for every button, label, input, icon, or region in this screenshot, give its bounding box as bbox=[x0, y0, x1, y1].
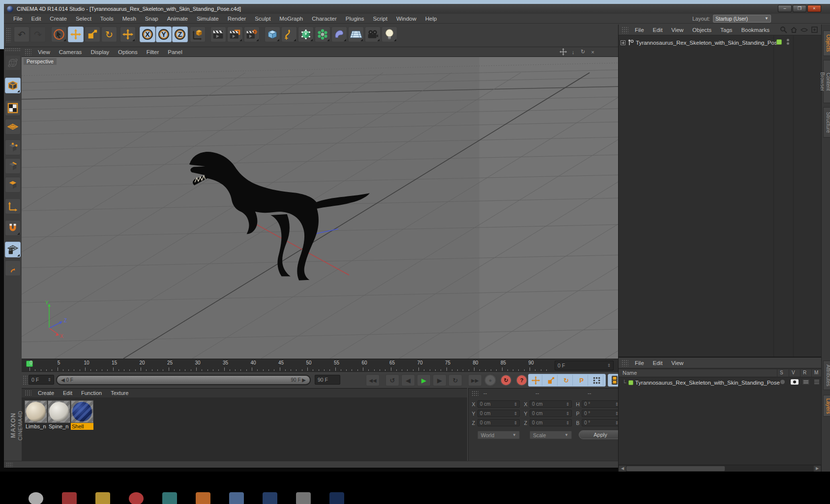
palette-model-mode-button[interactable] bbox=[5, 78, 21, 93]
stepper-icon[interactable]: ⇕ bbox=[607, 363, 611, 368]
coord-value-field[interactable]: 0 °⇕ bbox=[582, 410, 621, 417]
toolbar-move-button[interactable] bbox=[68, 27, 84, 42]
taskbar-icon[interactable] bbox=[329, 492, 344, 504]
tab-objects[interactable]: Objects bbox=[823, 30, 830, 56]
stepper-icon[interactable]: ⇕ bbox=[513, 420, 517, 425]
coord-mode-select[interactable]: Scale▼ bbox=[530, 431, 572, 439]
toolbar-scale-button[interactable] bbox=[85, 27, 100, 42]
previous-frame-button[interactable]: ◀ bbox=[401, 374, 415, 386]
material-grip[interactable] bbox=[25, 390, 31, 396]
scroll-left-icon[interactable]: ◀ bbox=[619, 466, 626, 472]
coord-value-field[interactable]: 0 cm⇕ bbox=[530, 419, 572, 426]
viewport-zoom-icon[interactable]: ↓ bbox=[569, 48, 577, 56]
toolbar-add-environment-button[interactable] bbox=[348, 27, 364, 42]
apply-button[interactable]: Apply bbox=[579, 430, 622, 439]
eye-icon[interactable] bbox=[800, 26, 808, 33]
stepper-icon[interactable]: ⇕ bbox=[513, 402, 517, 407]
coord-value-field[interactable]: 0 cm⇕ bbox=[530, 410, 572, 417]
goto-start-button[interactable]: ◀◀ bbox=[366, 374, 380, 386]
toolbar-live-selection-button[interactable] bbox=[51, 27, 67, 42]
minimize-button[interactable]: – bbox=[778, 5, 792, 12]
taskbar-icon[interactable] bbox=[263, 492, 277, 504]
palette-snap-button[interactable] bbox=[5, 220, 21, 236]
toolbar-coordinate-system-button[interactable] bbox=[190, 27, 206, 42]
viewport-menu-panel[interactable]: Panel bbox=[163, 47, 186, 57]
material-label[interactable]: Limbs_n bbox=[25, 423, 47, 430]
material-menu-edit[interactable]: Edit bbox=[59, 389, 77, 397]
home-icon[interactable] bbox=[790, 26, 798, 33]
coord-value-field[interactable]: 0 °⇕ bbox=[582, 400, 621, 408]
toolbar-last-tool-button[interactable] bbox=[120, 27, 136, 42]
menu-mesh[interactable]: Mesh bbox=[118, 14, 141, 24]
palette-enable-axis-button[interactable] bbox=[5, 198, 21, 214]
key-parameter-button[interactable]: P bbox=[575, 375, 588, 386]
palette-grip[interactable] bbox=[5, 48, 21, 52]
taskbar-icon[interactable] bbox=[296, 492, 311, 504]
toolbar-add-array-button[interactable] bbox=[315, 27, 330, 42]
autokeying-button[interactable]: ↻ bbox=[500, 374, 512, 387]
menu-select[interactable]: Select bbox=[71, 14, 96, 24]
close-button[interactable]: × bbox=[807, 5, 821, 12]
coord-value-field[interactable]: 0 cm⇕ bbox=[477, 419, 520, 426]
column-divider[interactable] bbox=[793, 35, 794, 359]
tab-attributes[interactable]: Attributes bbox=[823, 361, 830, 390]
viewport-menu-view[interactable]: View bbox=[33, 47, 55, 57]
menu-render[interactable]: Render bbox=[223, 14, 251, 24]
toolbar-lock-x-button[interactable]: X bbox=[140, 27, 155, 42]
taskbar-icon[interactable] bbox=[196, 492, 210, 504]
toolbar-add-light-button[interactable] bbox=[382, 27, 397, 42]
maximize-button[interactable]: ❐ bbox=[793, 5, 806, 12]
menu-character[interactable]: Character bbox=[307, 14, 341, 24]
viewport-menu-cameras[interactable]: Cameras bbox=[55, 47, 87, 57]
toolbar-add-primitive-button[interactable] bbox=[265, 27, 280, 42]
material-menu-texture[interactable]: Texture bbox=[106, 389, 133, 397]
add-layer-icon[interactable] bbox=[811, 26, 818, 33]
visibility-eye-icon[interactable] bbox=[791, 379, 799, 385]
object-manager-menu-objects[interactable]: Objects bbox=[688, 25, 716, 35]
coordinates-grip[interactable] bbox=[472, 391, 478, 396]
viewport-rotate-icon[interactable]: ↻ bbox=[579, 48, 587, 56]
transport-grip[interactable] bbox=[23, 375, 28, 385]
column-divider[interactable] bbox=[773, 35, 774, 359]
object-manager-menu-view[interactable]: View bbox=[667, 25, 688, 35]
material-spine_n[interactable]: Spine_n bbox=[48, 400, 70, 430]
viewport-menu-filter[interactable]: Filter bbox=[142, 47, 164, 57]
play-preceding-button[interactable]: ↺ bbox=[385, 374, 399, 386]
key-scale-button[interactable] bbox=[545, 375, 558, 386]
object-manager-grip[interactable] bbox=[622, 27, 628, 33]
taskbar-icon[interactable] bbox=[95, 492, 110, 504]
taskbar-icon[interactable] bbox=[62, 492, 77, 504]
object-name[interactable]: Tyrannosaurus_Rex_Skeleton_with_Skin_Sta… bbox=[635, 380, 780, 386]
material-label[interactable]: Spine_n bbox=[48, 423, 70, 430]
tab-layers[interactable]: Layers bbox=[823, 395, 830, 417]
toolbar-add-deformer-button[interactable] bbox=[331, 27, 347, 42]
taskbar-icon[interactable] bbox=[162, 492, 177, 504]
preview-range-bar[interactable]: ◀ 0 F 90 F ▶ bbox=[57, 376, 310, 384]
toolbar-render-settings-button[interactable] bbox=[244, 27, 260, 42]
view-label[interactable]: Perspective bbox=[24, 58, 57, 65]
object-manager-menu-bookmarks[interactable]: Bookmarks bbox=[737, 25, 774, 35]
palette-polygons-mode-button[interactable] bbox=[5, 177, 21, 193]
menu-plugins[interactable]: Plugins bbox=[341, 14, 369, 24]
coord-mode-select[interactable]: World▼ bbox=[477, 431, 520, 439]
menu-sculpt[interactable]: Sculpt bbox=[250, 14, 275, 24]
menu-mograph[interactable]: MoGraph bbox=[275, 14, 307, 24]
menu-create[interactable]: Create bbox=[45, 14, 71, 24]
object-tree-row[interactable]: Tyrannosaurus_Rex_Skeleton_with_Skin_Sta… bbox=[621, 38, 780, 47]
layout-select[interactable]: Startup (User) ▼ bbox=[713, 15, 771, 23]
toolbar-undo-button[interactable]: ↶ bbox=[14, 27, 30, 42]
palette-lock-workplane-button[interactable] bbox=[5, 242, 21, 257]
palette-edges-mode-button[interactable] bbox=[5, 158, 21, 174]
palette-workplane-mode-button[interactable] bbox=[5, 119, 21, 135]
layer-object-row[interactable]: └ Tyrannosaurus_Rex_Skeleton_with_Skin_S… bbox=[622, 378, 780, 387]
menu-edit[interactable]: Edit bbox=[27, 14, 46, 24]
bottom-panel-menu-file[interactable]: File bbox=[630, 358, 649, 368]
palette-texture-mode-button[interactable] bbox=[5, 100, 21, 116]
menu-tools[interactable]: Tools bbox=[96, 14, 118, 24]
menu-window[interactable]: Window bbox=[392, 14, 421, 24]
material-menu-function[interactable]: Function bbox=[77, 389, 106, 397]
viewport-grip[interactable] bbox=[25, 49, 31, 56]
horizontal-scrollbar[interactable]: ◀ ▶ bbox=[619, 465, 821, 472]
stepper-icon[interactable]: ⇕ bbox=[47, 377, 51, 382]
perspective-viewport[interactable]: Perspective Y Z X bbox=[22, 57, 622, 359]
